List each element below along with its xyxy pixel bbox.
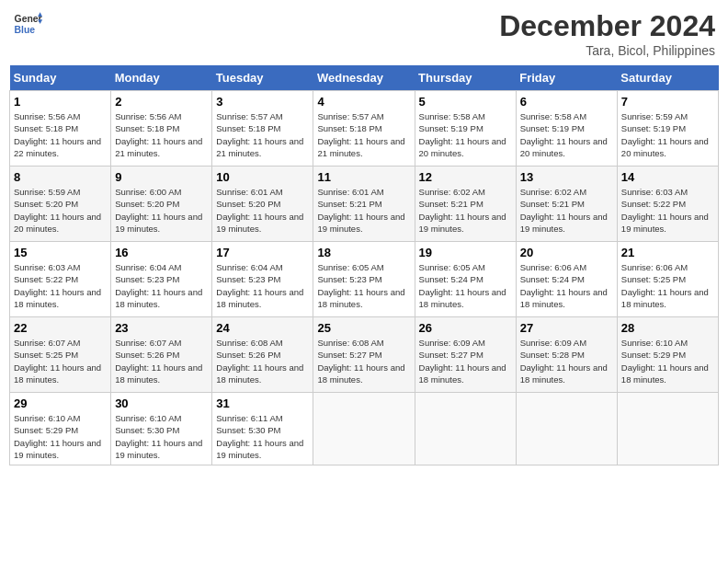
day-info: Sunrise: 6:07 AMSunset: 5:25 PMDaylight:… bbox=[14, 338, 101, 385]
day-number: 13 bbox=[520, 170, 613, 184]
calendar-day-cell: 11 Sunrise: 6:01 AMSunset: 5:21 PMDaylig… bbox=[313, 167, 415, 242]
day-number: 10 bbox=[216, 170, 309, 184]
calendar-day-cell bbox=[516, 393, 617, 465]
calendar-day-cell: 15 Sunrise: 6:03 AMSunset: 5:22 PMDaylig… bbox=[10, 242, 111, 317]
calendar-day-cell: 17 Sunrise: 6:04 AMSunset: 5:23 PMDaylig… bbox=[212, 242, 313, 317]
calendar-day-cell: 21 Sunrise: 6:06 AMSunset: 5:25 PMDaylig… bbox=[617, 242, 718, 317]
calendar-day-cell: 13 Sunrise: 6:02 AMSunset: 5:21 PMDaylig… bbox=[516, 167, 617, 242]
calendar-day-cell: 28 Sunrise: 6:10 AMSunset: 5:29 PMDaylig… bbox=[617, 317, 718, 393]
day-number: 19 bbox=[419, 246, 512, 259]
day-info: Sunrise: 6:08 AMSunset: 5:26 PMDaylight:… bbox=[216, 338, 303, 385]
weekday-header-sunday: Sunday bbox=[10, 65, 111, 91]
calendar-table: SundayMondayTuesdayWednesdayThursdayFrid… bbox=[9, 65, 719, 465]
day-number: 30 bbox=[115, 396, 208, 410]
day-number: 23 bbox=[115, 321, 208, 335]
logo: General Blue bbox=[13, 9, 42, 39]
svg-text:General: General bbox=[15, 14, 42, 24]
calendar-week-row: 1 Sunrise: 5:56 AMSunset: 5:18 PMDayligh… bbox=[10, 91, 719, 167]
weekday-header-row: SundayMondayTuesdayWednesdayThursdayFrid… bbox=[10, 65, 719, 91]
calendar-day-cell: 29 Sunrise: 6:10 AMSunset: 5:29 PMDaylig… bbox=[10, 393, 111, 465]
title-block: December 2024 Tara, Bicol, Philippines bbox=[499, 9, 715, 58]
calendar-day-cell: 12 Sunrise: 6:02 AMSunset: 5:21 PMDaylig… bbox=[415, 167, 516, 242]
day-number: 29 bbox=[14, 396, 107, 410]
calendar-day-cell bbox=[415, 393, 516, 465]
day-info: Sunrise: 6:05 AMSunset: 5:24 PMDaylight:… bbox=[419, 262, 506, 309]
month-title: December 2024 bbox=[499, 9, 715, 43]
calendar-day-cell: 26 Sunrise: 6:09 AMSunset: 5:27 PMDaylig… bbox=[415, 317, 516, 393]
calendar-day-cell: 23 Sunrise: 6:07 AMSunset: 5:26 PMDaylig… bbox=[111, 317, 212, 393]
day-info: Sunrise: 6:02 AMSunset: 5:21 PMDaylight:… bbox=[419, 187, 506, 234]
svg-text:Blue: Blue bbox=[15, 25, 36, 35]
day-info: Sunrise: 5:58 AMSunset: 5:19 PMDaylight:… bbox=[520, 111, 608, 158]
calendar-day-cell: 7 Sunrise: 5:59 AMSunset: 5:19 PMDayligh… bbox=[617, 91, 718, 167]
day-info: Sunrise: 6:05 AMSunset: 5:23 PMDaylight:… bbox=[317, 262, 404, 309]
day-number: 4 bbox=[317, 95, 410, 109]
day-info: Sunrise: 5:57 AMSunset: 5:18 PMDaylight:… bbox=[216, 111, 303, 158]
day-number: 7 bbox=[621, 95, 714, 109]
day-number: 16 bbox=[115, 246, 208, 259]
weekday-header-friday: Friday bbox=[516, 65, 617, 91]
day-number: 21 bbox=[621, 246, 714, 259]
logo-icon: General Blue bbox=[13, 9, 42, 39]
weekday-header-saturday: Saturday bbox=[617, 65, 718, 91]
weekday-header-monday: Monday bbox=[111, 65, 212, 91]
calendar-week-row: 8 Sunrise: 5:59 AMSunset: 5:20 PMDayligh… bbox=[10, 167, 719, 242]
day-info: Sunrise: 6:00 AMSunset: 5:20 PMDaylight:… bbox=[115, 187, 202, 234]
day-number: 27 bbox=[520, 321, 613, 335]
day-info: Sunrise: 6:10 AMSunset: 5:30 PMDaylight:… bbox=[115, 413, 202, 460]
day-info: Sunrise: 5:57 AMSunset: 5:18 PMDaylight:… bbox=[317, 111, 404, 158]
calendar-week-row: 15 Sunrise: 6:03 AMSunset: 5:22 PMDaylig… bbox=[10, 242, 719, 317]
calendar-day-cell: 5 Sunrise: 5:58 AMSunset: 5:19 PMDayligh… bbox=[415, 91, 516, 167]
weekday-header-wednesday: Wednesday bbox=[313, 65, 415, 91]
calendar-day-cell: 25 Sunrise: 6:08 AMSunset: 5:27 PMDaylig… bbox=[313, 317, 415, 393]
day-info: Sunrise: 5:56 AMSunset: 5:18 PMDaylight:… bbox=[115, 111, 202, 158]
day-number: 18 bbox=[317, 246, 410, 259]
day-number: 28 bbox=[621, 321, 714, 335]
day-info: Sunrise: 6:06 AMSunset: 5:25 PMDaylight:… bbox=[621, 262, 709, 309]
day-info: Sunrise: 6:03 AMSunset: 5:22 PMDaylight:… bbox=[621, 187, 709, 234]
day-info: Sunrise: 6:11 AMSunset: 5:30 PMDaylight:… bbox=[216, 413, 303, 460]
day-info: Sunrise: 5:59 AMSunset: 5:20 PMDaylight:… bbox=[14, 187, 101, 234]
calendar-week-row: 22 Sunrise: 6:07 AMSunset: 5:25 PMDaylig… bbox=[10, 317, 719, 393]
day-info: Sunrise: 5:58 AMSunset: 5:19 PMDaylight:… bbox=[419, 111, 506, 158]
day-number: 20 bbox=[520, 246, 613, 259]
day-info: Sunrise: 6:09 AMSunset: 5:27 PMDaylight:… bbox=[419, 338, 506, 385]
calendar-day-cell: 3 Sunrise: 5:57 AMSunset: 5:18 PMDayligh… bbox=[212, 91, 313, 167]
day-info: Sunrise: 5:59 AMSunset: 5:19 PMDaylight:… bbox=[621, 111, 709, 158]
calendar-day-cell: 14 Sunrise: 6:03 AMSunset: 5:22 PMDaylig… bbox=[617, 167, 718, 242]
day-info: Sunrise: 6:08 AMSunset: 5:27 PMDaylight:… bbox=[317, 338, 404, 385]
day-number: 17 bbox=[216, 246, 309, 259]
day-info: Sunrise: 6:01 AMSunset: 5:21 PMDaylight:… bbox=[317, 187, 404, 234]
day-number: 22 bbox=[14, 321, 107, 335]
calendar-day-cell: 18 Sunrise: 6:05 AMSunset: 5:23 PMDaylig… bbox=[313, 242, 415, 317]
calendar-day-cell: 31 Sunrise: 6:11 AMSunset: 5:30 PMDaylig… bbox=[212, 393, 313, 465]
day-number: 8 bbox=[14, 170, 107, 184]
calendar-day-cell: 16 Sunrise: 6:04 AMSunset: 5:23 PMDaylig… bbox=[111, 242, 212, 317]
page-header: General Blue December 2024 Tara, Bicol, … bbox=[9, 9, 719, 58]
calendar-day-cell: 20 Sunrise: 6:06 AMSunset: 5:24 PMDaylig… bbox=[516, 242, 617, 317]
calendar-day-cell: 19 Sunrise: 6:05 AMSunset: 5:24 PMDaylig… bbox=[415, 242, 516, 317]
day-info: Sunrise: 6:04 AMSunset: 5:23 PMDaylight:… bbox=[115, 262, 202, 309]
day-info: Sunrise: 6:03 AMSunset: 5:22 PMDaylight:… bbox=[14, 262, 101, 309]
day-number: 31 bbox=[216, 396, 309, 410]
day-number: 1 bbox=[14, 95, 107, 109]
location-title: Tara, Bicol, Philippines bbox=[499, 43, 715, 58]
calendar-day-cell: 22 Sunrise: 6:07 AMSunset: 5:25 PMDaylig… bbox=[10, 317, 111, 393]
day-info: Sunrise: 6:07 AMSunset: 5:26 PMDaylight:… bbox=[115, 338, 202, 385]
day-info: Sunrise: 6:04 AMSunset: 5:23 PMDaylight:… bbox=[216, 262, 303, 309]
calendar-day-cell: 1 Sunrise: 5:56 AMSunset: 5:18 PMDayligh… bbox=[10, 91, 111, 167]
calendar-day-cell: 6 Sunrise: 5:58 AMSunset: 5:19 PMDayligh… bbox=[516, 91, 617, 167]
day-number: 25 bbox=[317, 321, 410, 335]
day-info: Sunrise: 6:06 AMSunset: 5:24 PMDaylight:… bbox=[520, 262, 608, 309]
day-info: Sunrise: 6:01 AMSunset: 5:20 PMDaylight:… bbox=[216, 187, 303, 234]
day-info: Sunrise: 5:56 AMSunset: 5:18 PMDaylight:… bbox=[14, 111, 101, 158]
day-number: 11 bbox=[317, 170, 410, 184]
day-info: Sunrise: 6:02 AMSunset: 5:21 PMDaylight:… bbox=[520, 187, 608, 234]
calendar-day-cell bbox=[617, 393, 718, 465]
day-number: 24 bbox=[216, 321, 309, 335]
day-info: Sunrise: 6:10 AMSunset: 5:29 PMDaylight:… bbox=[621, 338, 709, 385]
calendar-day-cell: 24 Sunrise: 6:08 AMSunset: 5:26 PMDaylig… bbox=[212, 317, 313, 393]
calendar-day-cell: 4 Sunrise: 5:57 AMSunset: 5:18 PMDayligh… bbox=[313, 91, 415, 167]
calendar-day-cell: 27 Sunrise: 6:09 AMSunset: 5:28 PMDaylig… bbox=[516, 317, 617, 393]
day-number: 12 bbox=[419, 170, 512, 184]
